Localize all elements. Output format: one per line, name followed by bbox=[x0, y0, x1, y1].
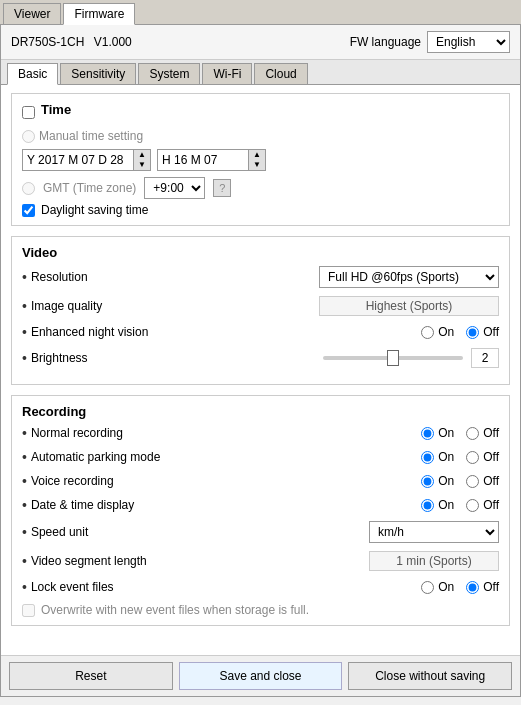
time-up-btn[interactable]: ▲ bbox=[249, 150, 265, 160]
manual-time-radio-group: Manual time setting bbox=[22, 129, 499, 143]
datetime-display-label-group: • Date & time display bbox=[22, 497, 134, 513]
manual-time-radio[interactable] bbox=[22, 130, 35, 143]
image-quality-label-group: • Image quality bbox=[22, 298, 102, 314]
normal-recording-off-radio[interactable] bbox=[466, 427, 479, 440]
voice-recording-off-radio[interactable] bbox=[466, 475, 479, 488]
speed-unit-select[interactable]: km/h mph bbox=[369, 521, 499, 543]
datetime-display-off-option: Off bbox=[466, 498, 499, 512]
image-quality-display: Highest (Sports) bbox=[319, 296, 499, 316]
daylight-checkbox[interactable] bbox=[22, 204, 35, 217]
resolution-select[interactable]: Full HD @60fps (Sports) Full HD @30fps H… bbox=[319, 266, 499, 288]
daylight-row: Daylight saving time bbox=[22, 203, 499, 217]
voice-recording-label: Voice recording bbox=[31, 474, 114, 488]
voice-recording-label-group: • Voice recording bbox=[22, 473, 114, 489]
gmt-radio[interactable] bbox=[22, 182, 35, 195]
lock-event-row: • Lock event files On Off bbox=[22, 579, 499, 595]
date-down-btn[interactable]: ▼ bbox=[134, 160, 150, 170]
night-vision-control: On Off bbox=[421, 325, 499, 339]
daylight-label: Daylight saving time bbox=[41, 203, 148, 217]
time-header: Time bbox=[22, 102, 499, 123]
date-spinner: ▲ ▼ bbox=[133, 150, 150, 170]
datetime-display-off-label: Off bbox=[483, 498, 499, 512]
parking-mode-off-label: Off bbox=[483, 450, 499, 464]
datetime-display-bullet: • bbox=[22, 497, 27, 513]
segment-length-bullet: • bbox=[22, 553, 27, 569]
tab-system[interactable]: System bbox=[138, 63, 200, 84]
parking-mode-off-option: Off bbox=[466, 450, 499, 464]
device-version: V1.000 bbox=[94, 35, 132, 49]
night-vision-row: • Enhanced night vision On Off bbox=[22, 324, 499, 340]
reset-button[interactable]: Reset bbox=[9, 662, 173, 690]
parking-mode-off-radio[interactable] bbox=[466, 451, 479, 464]
tab-basic[interactable]: Basic bbox=[7, 63, 58, 85]
tab-sensitivity[interactable]: Sensitivity bbox=[60, 63, 136, 84]
speed-unit-label: Speed unit bbox=[31, 525, 88, 539]
night-vision-off-radio[interactable] bbox=[466, 326, 479, 339]
time-checkbox[interactable] bbox=[22, 106, 35, 119]
parking-mode-on-label: On bbox=[438, 450, 454, 464]
close-without-saving-button[interactable]: Close without saving bbox=[348, 662, 512, 690]
manual-time-label: Manual time setting bbox=[39, 129, 143, 143]
segment-length-control: 1 min (Sports) bbox=[369, 551, 499, 571]
help-icon: ? bbox=[219, 182, 225, 194]
brightness-slider-thumb[interactable] bbox=[387, 350, 399, 366]
lock-event-off-radio[interactable] bbox=[466, 581, 479, 594]
gmt-help-btn[interactable]: ? bbox=[213, 179, 231, 197]
datetime-display-off-radio[interactable] bbox=[466, 499, 479, 512]
night-vision-bullet: • bbox=[22, 324, 27, 340]
save-and-close-button[interactable]: Save and close bbox=[179, 662, 343, 690]
lock-event-on-radio[interactable] bbox=[421, 581, 434, 594]
time-down-btn[interactable]: ▼ bbox=[249, 160, 265, 170]
image-quality-bullet: • bbox=[22, 298, 27, 314]
tab-firmware[interactable]: Firmware bbox=[63, 3, 135, 25]
date-input[interactable] bbox=[23, 151, 133, 169]
tab-cloud[interactable]: Cloud bbox=[254, 63, 307, 84]
datetime-display-label: Date & time display bbox=[31, 498, 134, 512]
lock-event-off-option: Off bbox=[466, 580, 499, 594]
voice-recording-on-option: On bbox=[421, 474, 454, 488]
brightness-bullet: • bbox=[22, 350, 27, 366]
lock-event-on-option: On bbox=[421, 580, 454, 594]
normal-recording-control: On Off bbox=[421, 426, 499, 440]
datetime-display-control: On Off bbox=[421, 498, 499, 512]
normal-recording-label: Normal recording bbox=[31, 426, 123, 440]
gmt-label: GMT (Time zone) bbox=[43, 181, 136, 195]
time-inputs: ▲ ▼ ▲ ▼ bbox=[22, 149, 499, 171]
fw-lang-select[interactable]: English Korean Chinese Japanese bbox=[427, 31, 510, 53]
date-input-box: ▲ ▼ bbox=[22, 149, 151, 171]
resolution-bullet: • bbox=[22, 269, 27, 285]
tab-wifi[interactable]: Wi-Fi bbox=[202, 63, 252, 84]
night-vision-label-group: • Enhanced night vision bbox=[22, 324, 148, 340]
night-vision-label: Enhanced night vision bbox=[31, 325, 148, 339]
datetime-display-on-label: On bbox=[438, 498, 454, 512]
brightness-label-group: • Brightness bbox=[22, 350, 88, 366]
date-up-btn[interactable]: ▲ bbox=[134, 150, 150, 160]
parking-mode-on-option: On bbox=[421, 450, 454, 464]
voice-recording-control: On Off bbox=[421, 474, 499, 488]
segment-length-label-group: • Video segment length bbox=[22, 553, 147, 569]
voice-recording-bullet: • bbox=[22, 473, 27, 489]
bottom-bar: Reset Save and close Close without savin… bbox=[1, 655, 520, 696]
speed-unit-row: • Speed unit km/h mph bbox=[22, 521, 499, 543]
normal-recording-on-radio[interactable] bbox=[421, 427, 434, 440]
resolution-label-group: • Resolution bbox=[22, 269, 88, 285]
recording-section: Recording • Normal recording On Off bbox=[11, 395, 510, 626]
segment-length-display: 1 min (Sports) bbox=[369, 551, 499, 571]
normal-recording-row: • Normal recording On Off bbox=[22, 425, 499, 441]
parking-mode-on-radio[interactable] bbox=[421, 451, 434, 464]
voice-recording-off-option: Off bbox=[466, 474, 499, 488]
night-vision-on-radio[interactable] bbox=[421, 326, 434, 339]
voice-recording-on-radio[interactable] bbox=[421, 475, 434, 488]
brightness-slider-track[interactable] bbox=[323, 356, 463, 360]
gmt-select[interactable]: +9:00 +8:00 0:00 -5:00 bbox=[144, 177, 205, 199]
overwrite-label: Overwrite with new event files when stor… bbox=[41, 603, 309, 617]
datetime-display-on-option: On bbox=[421, 498, 454, 512]
parking-mode-bullet: • bbox=[22, 449, 27, 465]
datetime-display-on-radio[interactable] bbox=[421, 499, 434, 512]
normal-recording-off-option: Off bbox=[466, 426, 499, 440]
time-input[interactable] bbox=[158, 151, 248, 169]
tab-viewer[interactable]: Viewer bbox=[3, 3, 61, 24]
overwrite-checkbox[interactable] bbox=[22, 604, 35, 617]
night-vision-on-option: On bbox=[421, 325, 454, 339]
normal-recording-label-group: • Normal recording bbox=[22, 425, 123, 441]
